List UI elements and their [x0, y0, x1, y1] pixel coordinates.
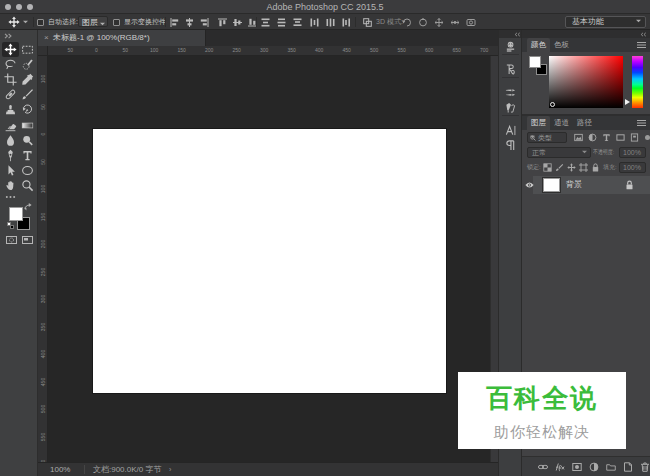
delete-layer-icon[interactable]	[640, 462, 650, 472]
distribute-vertical-centers-icon[interactable]	[277, 18, 286, 27]
horizontal-ruler[interactable]: 5005010015020025030035040045050055060065…	[48, 46, 498, 56]
ruler-corner[interactable]	[38, 46, 48, 56]
lasso-tool[interactable]	[2, 57, 19, 72]
hue-slider-pointer[interactable]	[625, 99, 630, 105]
layer-filter-type-dropdown[interactable]: 类型	[527, 132, 567, 143]
document-canvas[interactable]	[93, 129, 446, 393]
screen-mode-icon[interactable]	[22, 236, 33, 244]
paragraph-panel-icon[interactable]	[505, 140, 516, 151]
eraser-tool[interactable]	[2, 118, 19, 133]
blend-mode-dropdown[interactable]: 正常	[527, 147, 591, 158]
new-group-icon[interactable]	[606, 462, 616, 472]
3d-rotate-icon[interactable]	[402, 18, 412, 27]
tool-presets-panel-icon[interactable]	[505, 102, 516, 113]
rectangular-marquee-tool[interactable]	[19, 42, 36, 57]
zoom-tool[interactable]	[19, 178, 36, 193]
opacity-field[interactable]: 100%	[619, 147, 646, 158]
adjustments-panel-icon[interactable]	[505, 41, 516, 52]
status-popup-chevron[interactable]: ›	[169, 463, 171, 476]
filter-smart-objects-icon[interactable]	[630, 133, 639, 142]
filter-shape-layers-icon[interactable]	[616, 133, 625, 142]
brush-tool[interactable]	[19, 87, 36, 102]
layer-visibility-eye-icon[interactable]	[525, 181, 534, 189]
layers-tab[interactable]: 图层	[527, 116, 550, 130]
libraries-panel-icon[interactable]	[505, 64, 516, 75]
hand-tool[interactable]	[2, 178, 19, 193]
double-chevron-left-icon[interactable]	[514, 32, 521, 37]
new-layer-icon[interactable]	[623, 462, 633, 472]
double-chevron-right-icon[interactable]	[4, 33, 13, 39]
color-tab[interactable]: 色板	[550, 38, 573, 52]
new-adjustment-layer-icon[interactable]	[589, 462, 599, 472]
align-right-edges-icon[interactable]	[200, 18, 209, 27]
pasteboard[interactable]	[48, 56, 490, 462]
filter-type-layers-icon[interactable]	[602, 133, 611, 142]
lock-image-pixels-icon[interactable]	[555, 163, 564, 172]
auto-select-checkbox[interactable]	[37, 19, 44, 26]
chevron-down-icon[interactable]	[23, 20, 28, 24]
align-top-edges-icon[interactable]	[218, 18, 227, 27]
tab-close-icon[interactable]: ×	[44, 30, 49, 46]
filter-adjustment-layers-icon[interactable]	[588, 133, 597, 142]
lock-all-icon[interactable]	[591, 163, 600, 172]
quick-mask-icon[interactable]	[6, 236, 17, 244]
show-transform-checkbox[interactable]	[113, 19, 120, 26]
link-layers-icon[interactable]	[538, 462, 548, 472]
lock-position-icon[interactable]	[567, 163, 576, 172]
panel-menu-icon[interactable]	[637, 41, 646, 49]
distribute-top-edges-icon[interactable]	[261, 18, 270, 27]
double-chevron-left-icon[interactable]	[640, 32, 647, 37]
auto-align-layers-icon[interactable]	[363, 18, 372, 27]
swap-colors-icon[interactable]	[24, 203, 32, 211]
distribute-horizontal-centers-icon[interactable]	[326, 18, 335, 27]
layer-thumbnail[interactable]	[543, 178, 560, 192]
move-tool[interactable]	[2, 42, 19, 57]
eyedropper-tool[interactable]	[19, 72, 36, 87]
3d-drag-icon[interactable]	[434, 18, 444, 27]
vertical-ruler[interactable]: 1005005010015020025030035040045050055060…	[38, 56, 48, 462]
align-vertical-centers-icon[interactable]	[233, 18, 242, 27]
pen-tool[interactable]	[2, 148, 19, 163]
add-layer-mask-icon[interactable]	[572, 462, 582, 472]
distribute-right-edges-icon[interactable]	[342, 18, 351, 27]
crop-tool[interactable]	[2, 72, 19, 87]
panel-menu-icon[interactable]	[637, 119, 646, 127]
history-brush-tool[interactable]	[19, 102, 36, 117]
layer-style-icon[interactable]	[555, 462, 565, 472]
move-tool-icon[interactable]	[8, 16, 20, 28]
ellipse-shape-tool[interactable]	[19, 163, 36, 178]
fill-field[interactable]: 100%	[619, 162, 646, 173]
edit-toolbar-ellipsis-icon[interactable]	[5, 195, 16, 199]
3d-scale-icon[interactable]	[466, 18, 476, 27]
layers-tab[interactable]: 通道	[550, 116, 573, 130]
zoom-level-field[interactable]: 100%	[50, 463, 70, 476]
3d-slide-icon[interactable]	[450, 18, 460, 27]
dodge-tool[interactable]	[19, 133, 36, 148]
brush-panel-icon[interactable]	[505, 87, 516, 98]
document-tab[interactable]: × 未标题-1 @ 100%(RGB/8*)	[38, 30, 206, 46]
quick-selection-tool[interactable]	[19, 57, 36, 72]
hue-slider[interactable]	[632, 56, 643, 108]
foreground-color-swatch[interactable]	[9, 207, 23, 221]
path-selection-tool[interactable]	[2, 163, 19, 178]
saturation-brightness-field[interactable]	[549, 56, 623, 108]
foreground-color-swatch[interactable]	[529, 56, 541, 68]
clone-stamp-tool[interactable]	[2, 102, 19, 117]
workspace-dropdown[interactable]: 基本功能	[565, 16, 646, 28]
align-horizontal-centers-icon[interactable]	[185, 18, 194, 27]
blur-tool[interactable]	[2, 133, 19, 148]
3d-roll-icon[interactable]	[418, 18, 428, 27]
character-panel-icon[interactable]	[505, 125, 516, 136]
type-tool[interactable]	[19, 148, 36, 163]
layer-filter-toggle[interactable]	[645, 135, 650, 140]
spot-healing-brush-tool[interactable]	[2, 87, 19, 102]
filter-pixel-layers-icon[interactable]	[574, 133, 583, 142]
color-picker-marker[interactable]	[550, 102, 555, 107]
layer-row-background[interactable]: 背景	[522, 176, 650, 194]
lock-transparent-pixels-icon[interactable]	[543, 163, 552, 172]
color-tab[interactable]: 颜色	[527, 38, 550, 52]
distribute-left-edges-icon[interactable]	[310, 18, 319, 27]
align-left-edges-icon[interactable]	[170, 18, 179, 27]
layers-tab[interactable]: 路径	[573, 116, 596, 130]
gradient-tool[interactable]	[19, 118, 36, 133]
